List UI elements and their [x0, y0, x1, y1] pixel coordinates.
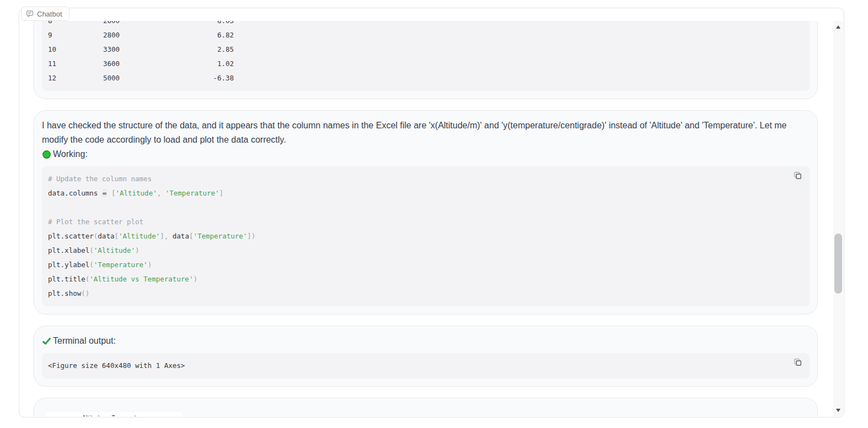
copy-icon — [794, 360, 802, 368]
analysis-paragraph: I have checked the structure of the data… — [42, 118, 810, 147]
green-circle-icon — [42, 150, 51, 159]
terminal-code-block: <Figure size 640x480 with 1 Axes> — [42, 353, 810, 378]
terminal-output-text: <Figure size 640x480 with 1 Axes> — [48, 359, 803, 373]
chat-bubble-icon — [26, 10, 34, 18]
table-row: 928006.82 — [48, 28, 803, 42]
working-label: Working: — [53, 149, 88, 159]
copy-code-button[interactable] — [793, 171, 802, 180]
data-table: 826008.05928006.821033002.851136001.0212… — [48, 21, 803, 85]
bot-message-figure: Altitude vs Temperature — [34, 398, 818, 416]
bot-message-terminal: Terminal output: <Figure size 640x480 wi… — [34, 326, 818, 387]
dataframe-code-block: 826008.05928006.821033002.851136001.0212… — [42, 21, 810, 91]
chat-scroll-area[interactable]: 826008.05928006.821033002.851136001.0212… — [20, 21, 843, 416]
copy-icon — [794, 173, 802, 181]
terminal-status-row: Terminal output: — [42, 334, 810, 348]
copy-output-button[interactable] — [793, 357, 802, 366]
table-row: 1136001.02 — [48, 57, 803, 71]
scrollbar-thumb[interactable] — [834, 234, 842, 294]
python-code: # Update the column namesdata.columns = … — [48, 172, 803, 301]
bot-message-analysis: I have checked the structure of the data… — [34, 110, 818, 315]
scroll-up-icon[interactable] — [836, 25, 840, 29]
figure-title: Altitude vs Temperature — [44, 414, 183, 416]
scatter-plot-image[interactable]: Altitude vs Temperature — [44, 411, 183, 416]
chatbot-tab: Chatbot — [21, 7, 69, 21]
table-row: 1033002.85 — [48, 42, 803, 57]
chatbot-panel: 826008.05928006.821033002.851136001.0212… — [19, 8, 844, 418]
scroll-down-icon[interactable] — [836, 409, 840, 412]
chatbot-tab-label: Chatbot — [37, 10, 62, 18]
bot-message-dataframe: 826008.05928006.821033002.851136001.0212… — [34, 21, 818, 99]
terminal-output-label: Terminal output: — [53, 336, 116, 346]
vertical-scrollbar[interactable] — [833, 21, 843, 416]
table-row: 125000-6.38 — [48, 71, 803, 85]
table-row: 826008.05 — [48, 21, 803, 28]
check-icon — [42, 337, 51, 346]
working-status-row: Working: — [42, 147, 810, 161]
python-code-block: # Update the column namesdata.columns = … — [42, 166, 810, 306]
